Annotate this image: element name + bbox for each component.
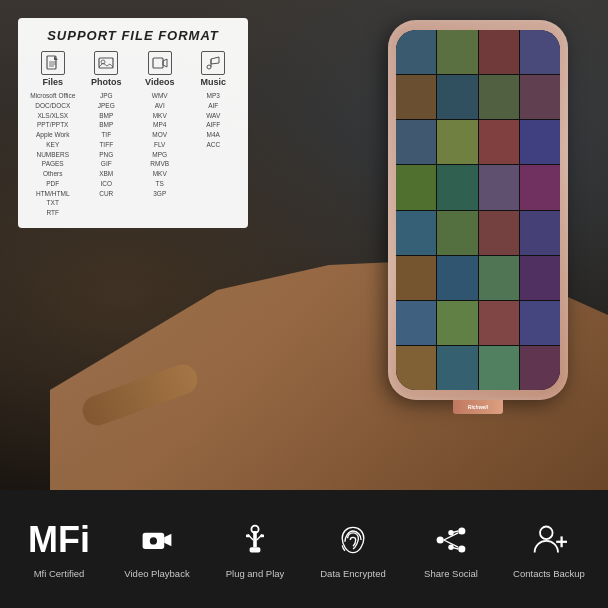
files-column-header: Files — [28, 51, 78, 87]
contacts-backup-label: Contacts Backup — [513, 568, 585, 580]
photo-cell — [396, 256, 436, 300]
photo-cell — [479, 211, 519, 255]
photo-cell — [479, 256, 519, 300]
photo-cell — [479, 165, 519, 209]
files-column: Files Microsoft Office DOC/DOCX XLS/XLSX… — [28, 51, 78, 218]
photo-cell — [437, 346, 477, 390]
file-columns: Files Microsoft Office DOC/DOCX XLS/XLSX… — [28, 51, 238, 218]
photo-cell — [396, 30, 436, 74]
feature-mfi: MFi Mfi Certified — [14, 518, 104, 580]
photo-cell — [520, 30, 560, 74]
video-label: Video Playback — [124, 568, 189, 580]
share-icon — [429, 518, 473, 562]
usb-icon — [233, 518, 277, 562]
photo-cell — [396, 75, 436, 119]
mfi-text: MFi — [28, 522, 90, 558]
photo-cell — [437, 211, 477, 255]
feature-data-encrypted: Data Encrypted — [308, 518, 398, 580]
photo-cell — [520, 211, 560, 255]
plug-label: Plug and Play — [226, 568, 285, 580]
camera-icon — [135, 518, 179, 562]
videos-column: Videos WMV AVI MKV MP4 MOV FLV MPG RMVB … — [135, 51, 185, 218]
photo-cell — [437, 165, 477, 209]
photo-cell — [437, 30, 477, 74]
data-encrypted-label: Data Encrypted — [320, 568, 385, 580]
music-icon — [201, 51, 225, 75]
svg-point-19 — [437, 536, 444, 543]
photo-cell — [479, 75, 519, 119]
music-column: Music MP3 AIF WAV AIFF M4A ACC — [189, 51, 239, 218]
main-product-image: SUPPORT FILE FORMAT Files — [0, 0, 608, 490]
svg-point-26 — [540, 526, 553, 539]
photo-cell — [437, 120, 477, 164]
photo-cell — [479, 301, 519, 345]
videos-column-header: Videos — [135, 51, 185, 87]
files-col-label: Files — [42, 77, 63, 87]
feature-plug: Plug and Play — [210, 518, 300, 580]
photo-cell — [520, 165, 560, 209]
photo-cell — [437, 256, 477, 300]
svg-point-18 — [458, 545, 465, 552]
photos-list: JPG JPEG BMP BMP TIF TIFF PNG GIF XBM IC… — [82, 91, 132, 198]
photo-cell — [520, 75, 560, 119]
videos-list: WMV AVI MKV MP4 MOV FLV MPG RMVB MKV TS … — [135, 91, 185, 198]
photo-cell — [396, 120, 436, 164]
svg-rect-10 — [250, 547, 261, 552]
phone-screen — [396, 30, 560, 390]
photos-column-header: Photos — [82, 51, 132, 87]
files-list: Microsoft Office DOC/DOCX XLS/XLSX PPT/P… — [28, 91, 78, 218]
photo-cell — [396, 301, 436, 345]
person-add-icon — [527, 518, 571, 562]
bottom-feature-bar: MFi Mfi Certified Video Playback — [0, 490, 608, 608]
photo-cell — [479, 120, 519, 164]
photo-cell — [520, 301, 560, 345]
photo-cell — [396, 165, 436, 209]
svg-point-9 — [150, 537, 157, 544]
music-column-header: Music — [189, 51, 239, 87]
photo-cell — [520, 120, 560, 164]
phone-body: Richwell — [388, 20, 568, 400]
videos-col-label: Videos — [145, 77, 174, 87]
music-list: MP3 AIF WAV AIFF M4A ACC — [189, 91, 239, 150]
photo-cell — [396, 346, 436, 390]
photo-cell — [520, 346, 560, 390]
fingerprint-icon — [331, 518, 375, 562]
photo-cell — [437, 301, 477, 345]
photos-column: Photos JPG JPEG BMP BMP TIF TIFF PNG GIF… — [82, 51, 132, 218]
phone-mockup: Richwell — [378, 20, 578, 440]
support-format-box: SUPPORT FILE FORMAT Files — [18, 18, 248, 228]
photo-cell — [479, 30, 519, 74]
feature-share-social: Share Social — [406, 518, 496, 580]
photos-icon — [94, 51, 118, 75]
feature-contacts-backup: Contacts Backup — [504, 518, 594, 580]
photos-col-label: Photos — [91, 77, 122, 87]
svg-rect-6 — [153, 58, 163, 68]
usb-connector: Richwell — [453, 400, 503, 414]
photo-cell — [479, 346, 519, 390]
mfi-label: Mfi Certified — [34, 568, 85, 580]
files-icon — [41, 51, 65, 75]
photo-cell — [437, 75, 477, 119]
svg-point-17 — [458, 527, 465, 534]
photo-cell — [396, 211, 436, 255]
videos-icon — [148, 51, 172, 75]
photo-grid — [396, 30, 560, 390]
usb-brand-text: Richwell — [453, 400, 503, 414]
music-col-label: Music — [200, 77, 226, 87]
feature-video: Video Playback — [112, 518, 202, 580]
share-social-label: Share Social — [424, 568, 478, 580]
photo-cell — [520, 256, 560, 300]
support-title: SUPPORT FILE FORMAT — [28, 28, 238, 43]
mfi-icon-container: MFi — [37, 518, 81, 562]
